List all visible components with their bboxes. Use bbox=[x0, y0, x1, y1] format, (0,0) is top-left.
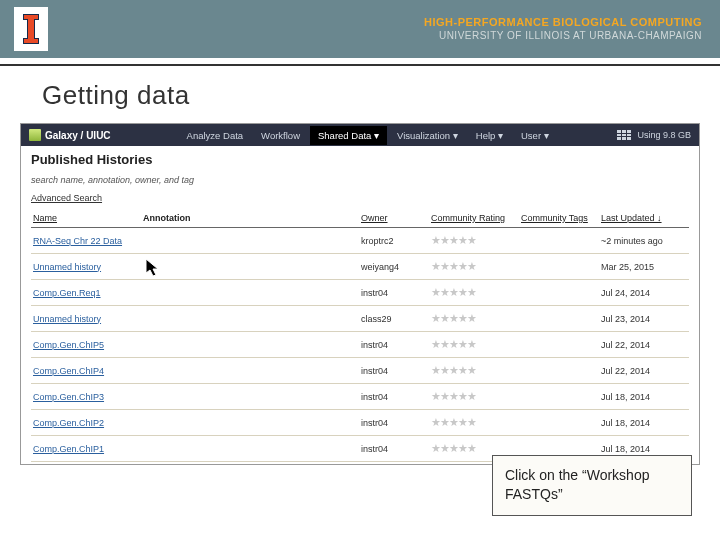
table-row: Comp.Gen.ChIP4instr04★★★★★Jul 22, 2014 bbox=[31, 358, 689, 384]
cell-tags bbox=[519, 228, 599, 254]
cell-annotation bbox=[141, 280, 359, 306]
galaxy-content: Published Histories search name, annotat… bbox=[21, 146, 699, 464]
cell-tags bbox=[519, 384, 599, 410]
published-histories-heading: Published Histories bbox=[31, 152, 689, 167]
cell-annotation bbox=[141, 410, 359, 436]
nav-item-visualization[interactable]: Visualization ▾ bbox=[389, 126, 466, 145]
cell-annotation bbox=[141, 228, 359, 254]
banner-text: HIGH-PERFORMANCE BIOLOGICAL COMPUTING UN… bbox=[424, 16, 702, 41]
cell-tags bbox=[519, 280, 599, 306]
svg-rect-5 bbox=[24, 39, 38, 43]
nav-item-help[interactable]: Help ▾ bbox=[468, 126, 511, 145]
nav-item-user[interactable]: User ▾ bbox=[513, 126, 557, 145]
history-link[interactable]: Unnamed history bbox=[33, 262, 101, 272]
cell-owner: instr04 bbox=[359, 384, 429, 410]
cell-rating[interactable]: ★★★★★ bbox=[429, 228, 519, 254]
illinois-logo bbox=[14, 7, 48, 51]
cell-owner: class29 bbox=[359, 306, 429, 332]
cell-annotation bbox=[141, 384, 359, 410]
cell-date: Jul 18, 2014 bbox=[599, 384, 689, 410]
history-link[interactable]: Comp.Gen.ChIP3 bbox=[33, 392, 104, 402]
cell-date: Jul 23, 2014 bbox=[599, 306, 689, 332]
galaxy-logo-icon bbox=[29, 129, 41, 141]
table-row: Comp.Gen.ChIP2instr04★★★★★Jul 18, 2014 bbox=[31, 410, 689, 436]
cell-rating[interactable]: ★★★★★ bbox=[429, 306, 519, 332]
instruction-callout: Click on the “Workshop FASTQs” bbox=[492, 455, 692, 516]
cell-annotation bbox=[141, 254, 359, 280]
col-community-tags[interactable]: Community Tags bbox=[519, 209, 599, 228]
cell-annotation bbox=[141, 358, 359, 384]
table-row: Unnamed historyclass29★★★★★Jul 23, 2014 bbox=[31, 306, 689, 332]
advanced-search-link[interactable]: Advanced Search bbox=[31, 193, 102, 203]
cell-tags bbox=[519, 410, 599, 436]
cell-owner: instr04 bbox=[359, 332, 429, 358]
table-row: Unnamed historyweiyang4★★★★★Mar 25, 2015 bbox=[31, 254, 689, 280]
galaxy-navbar: Galaxy / UIUC Analyze DataWorkflowShared… bbox=[21, 124, 699, 146]
cell-owner: instr04 bbox=[359, 358, 429, 384]
cell-owner: instr04 bbox=[359, 436, 429, 462]
history-link[interactable]: RNA-Seq Chr 22 Data bbox=[33, 236, 122, 246]
svg-rect-4 bbox=[28, 19, 34, 39]
col-annotation[interactable]: Annotation bbox=[141, 209, 359, 228]
nav-items: Analyze DataWorkflowShared Data ▾Visuali… bbox=[179, 126, 557, 145]
cell-owner: weiyang4 bbox=[359, 254, 429, 280]
cell-rating[interactable]: ★★★★★ bbox=[429, 410, 519, 436]
history-link[interactable]: Comp.Gen.ChIP2 bbox=[33, 418, 104, 428]
cell-rating[interactable]: ★★★★★ bbox=[429, 384, 519, 410]
cell-annotation bbox=[141, 306, 359, 332]
banner-subtitle: UNIVERSITY OF ILLINOIS AT URBANA-CHAMPAI… bbox=[424, 30, 702, 42]
cell-date: Jul 22, 2014 bbox=[599, 332, 689, 358]
cell-date: Mar 25, 2015 bbox=[599, 254, 689, 280]
table-row: Comp.Gen.Req1instr04★★★★★Jul 24, 2014 bbox=[31, 280, 689, 306]
nav-item-analyze-data[interactable]: Analyze Data bbox=[179, 126, 252, 145]
history-link[interactable]: Comp.Gen.ChIP1 bbox=[33, 444, 104, 454]
nav-item-shared-data[interactable]: Shared Data ▾ bbox=[310, 126, 387, 145]
svg-rect-3 bbox=[24, 15, 38, 19]
cell-date: Jul 22, 2014 bbox=[599, 358, 689, 384]
cell-rating[interactable]: ★★★★★ bbox=[429, 358, 519, 384]
table-row: Comp.Gen.ChIP3instr04★★★★★Jul 18, 2014 bbox=[31, 384, 689, 410]
table-row: Comp.Gen.ChIP5instr04★★★★★Jul 22, 2014 bbox=[31, 332, 689, 358]
col-name[interactable]: Name bbox=[31, 209, 141, 228]
star-icon: ★★★★★ bbox=[431, 234, 476, 246]
star-icon: ★★★★★ bbox=[431, 286, 476, 298]
cell-tags bbox=[519, 254, 599, 280]
cell-rating[interactable]: ★★★★★ bbox=[429, 254, 519, 280]
cell-annotation bbox=[141, 436, 359, 462]
cell-date: ~2 minutes ago bbox=[599, 228, 689, 254]
star-icon: ★★★★★ bbox=[431, 338, 476, 350]
history-link[interactable]: Unnamed history bbox=[33, 314, 101, 324]
table-header-row: NameAnnotationOwnerCommunity RatingCommu… bbox=[31, 209, 689, 228]
galaxy-screenshot: Galaxy / UIUC Analyze DataWorkflowShared… bbox=[20, 123, 700, 465]
galaxy-brand[interactable]: Galaxy / UIUC bbox=[21, 129, 119, 141]
histories-table: NameAnnotationOwnerCommunity RatingCommu… bbox=[31, 209, 689, 462]
galaxy-brand-text: Galaxy / UIUC bbox=[45, 130, 111, 141]
cell-rating[interactable]: ★★★★★ bbox=[429, 332, 519, 358]
cell-tags bbox=[519, 306, 599, 332]
callout-text: Click on the “Workshop FASTQs” bbox=[505, 467, 649, 503]
history-link[interactable]: Comp.Gen.ChIP4 bbox=[33, 366, 104, 376]
banner-title: HIGH-PERFORMANCE BIOLOGICAL COMPUTING bbox=[424, 16, 702, 29]
cell-owner: kroptrc2 bbox=[359, 228, 429, 254]
col-owner[interactable]: Owner bbox=[359, 209, 429, 228]
history-link[interactable]: Comp.Gen.Req1 bbox=[33, 288, 101, 298]
col-last-updated[interactable]: Last Updated ↓ bbox=[599, 209, 689, 228]
banner-divider bbox=[0, 58, 720, 66]
page-title: Getting data bbox=[0, 66, 720, 123]
cell-date: Jul 18, 2014 bbox=[599, 410, 689, 436]
cell-owner: instr04 bbox=[359, 410, 429, 436]
star-icon: ★★★★★ bbox=[431, 416, 476, 428]
star-icon: ★★★★★ bbox=[431, 312, 476, 324]
search-input[interactable]: search name, annotation, owner, and tag bbox=[31, 175, 689, 185]
star-icon: ★★★★★ bbox=[431, 390, 476, 402]
cell-rating[interactable]: ★★★★★ bbox=[429, 280, 519, 306]
usage-indicator[interactable]: Using 9.8 GB bbox=[637, 130, 691, 140]
site-banner: HIGH-PERFORMANCE BIOLOGICAL COMPUTING UN… bbox=[0, 0, 720, 58]
cell-tags bbox=[519, 358, 599, 384]
nav-item-workflow[interactable]: Workflow bbox=[253, 126, 308, 145]
cell-tags bbox=[519, 332, 599, 358]
history-link[interactable]: Comp.Gen.ChIP5 bbox=[33, 340, 104, 350]
star-icon: ★★★★★ bbox=[431, 260, 476, 272]
scratchbook-icon[interactable] bbox=[617, 130, 631, 140]
col-community-rating[interactable]: Community Rating bbox=[429, 209, 519, 228]
